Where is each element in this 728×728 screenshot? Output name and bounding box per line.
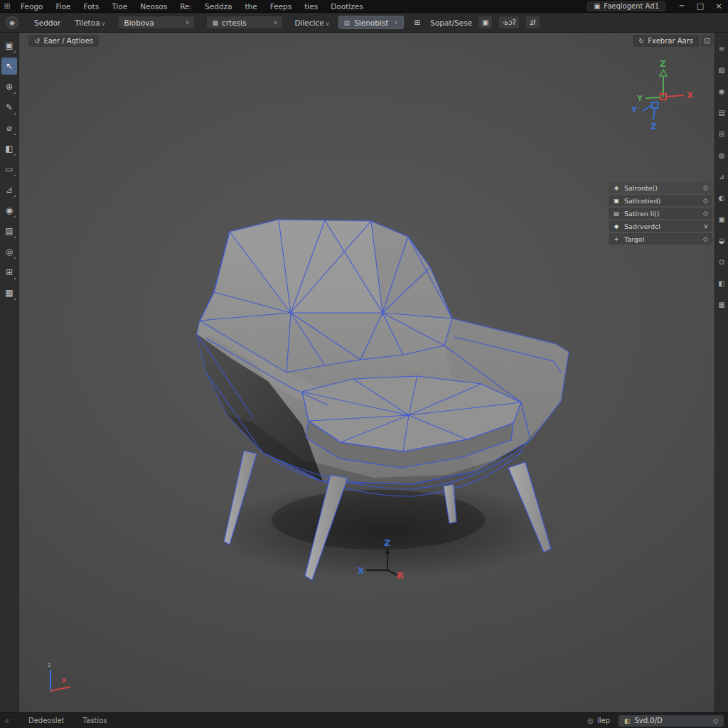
tool-annotate-icon[interactable]: ✎ <box>1 99 17 116</box>
editor-type-icon[interactable]: ◉ <box>6 16 18 29</box>
help-button[interactable]: ◎ ilep <box>587 717 610 724</box>
svg-text:Z: Z <box>384 537 390 548</box>
properties-tab-rail: ≡ ▧ ◉ ▤ ⊞ ◍ ⊿ ◐ ▣ ◒ ⊙ ◧ ▦ <box>714 33 728 712</box>
tool-transform-icon[interactable]: ▭ <box>1 161 17 178</box>
outliner-row[interactable]: ◈ Salronte() ◇ <box>609 182 712 193</box>
menu-item-9[interactable]: ties <box>298 0 324 13</box>
viewport-header-toolbar: ◉ Seddor Tiletoa∨ Biobova ∨ ▦ crtesis ∨ … <box>0 13 728 33</box>
menu-item-2[interactable]: Fots <box>77 0 106 13</box>
object-icon: ◆ <box>613 223 620 230</box>
properties-tab-icon-0[interactable]: ≡ <box>716 43 728 55</box>
tool-dropdown[interactable]: ▤ Slenobist ∨ <box>338 16 405 29</box>
chevron-down-icon: ∨ <box>326 21 330 27</box>
rotate-cw-icon: ↻ <box>638 37 644 45</box>
tool-add-icon[interactable]: ⊞ <box>1 264 17 281</box>
outliner-row[interactable]: ▣ Satlcotied) ◇ <box>609 195 712 206</box>
tool-knife-icon[interactable]: ⊿ <box>1 181 17 198</box>
properties-tab-icon-5[interactable]: ◍ <box>716 149 728 161</box>
properties-tab-icon-2[interactable]: ◉ <box>716 85 728 97</box>
tool-circle-select-icon[interactable]: ◎ <box>1 243 17 260</box>
outliner-row[interactable]: ◆ Sadrverdcl ∨ <box>609 220 712 232</box>
flag-icon: ▤ <box>344 19 350 26</box>
diamond-icon[interactable]: ◇ <box>703 184 708 191</box>
window-minimize-button[interactable]: ~ <box>673 1 691 11</box>
editor-menu-button[interactable]: ↺ Eaer / Aqtloes <box>28 35 99 47</box>
mode-selector[interactable]: Tiletoa∨ <box>75 18 105 27</box>
properties-tab-icon-8[interactable]: ▣ <box>716 213 728 225</box>
magnet-snap-button[interactable]: ·ьɔʔ <box>498 16 520 29</box>
svg-text:Y: Y <box>636 94 643 103</box>
menu-item-5[interactable]: Re: <box>173 0 198 13</box>
properties-tab-icon-10[interactable]: ⊙ <box>716 256 728 268</box>
properties-tab-icon-9[interactable]: ◒ <box>716 235 728 247</box>
tool-mesh-icon[interactable]: ▦ <box>1 284 17 301</box>
viewport-3d[interactable]: Z X R ↺ Eaer / Aqtloes ↻ Fxebrar Aars ⊡ … <box>19 33 714 712</box>
properties-tab-icon-3[interactable]: ▤ <box>716 107 728 119</box>
menu-item-0[interactable]: Feogo <box>14 0 49 13</box>
grid-toggle-button[interactable]: ⊞ <box>410 16 424 29</box>
snap-target-button[interactable]: ▣ <box>478 16 493 29</box>
menu-item-3[interactable]: Tioe <box>105 0 134 13</box>
corner-drag-icon[interactable]: ⊿ <box>0 717 13 724</box>
navigation-gizmo[interactable]: Z X Y Y Z <box>624 54 702 136</box>
diamond-icon[interactable]: ◇ <box>703 235 708 242</box>
statusbar: ⊿ Dedeoslet Tastios ◎ ilep ◧ Svd.0/D ◇ <box>0 712 728 728</box>
properties-tab-icon-12[interactable]: ▦ <box>716 299 728 311</box>
tool-cursor-icon[interactable]: ⊕ <box>1 78 17 95</box>
menu-item-6[interactable]: Seddza <box>198 0 238 13</box>
outliner-row[interactable]: ▤ Satlren li() ◇ <box>609 208 712 219</box>
object-icon: ▤ <box>613 210 620 217</box>
tool-select-box-icon[interactable]: ▣ <box>1 37 17 54</box>
window-maximize-button[interactable]: □ <box>691 1 710 11</box>
app-logo-icon[interactable]: ⊞ <box>0 1 14 11</box>
tool-move-icon[interactable]: ◧ <box>1 140 17 157</box>
chevron-down-icon: ∨ <box>394 19 398 26</box>
menu-item-7[interactable]: the <box>238 0 263 13</box>
pivot-selector[interactable]: Dilecice∨ <box>294 18 329 27</box>
object-dropdown[interactable]: ▦ crtesis ∨ <box>206 16 283 29</box>
menu-item-4[interactable]: Neosos <box>134 0 173 13</box>
proportional-edit-button[interactable]: ʑł <box>525 16 540 29</box>
status-mode-label: Dedeoslet <box>28 717 65 724</box>
svg-text:Z: Z <box>651 122 657 132</box>
overlay-toggle-button[interactable]: ↻ Fxebrar Aars <box>633 35 699 47</box>
tool-rail: ▣ ↖ ⊕ ✎ ⌀ ◧ ▭ ⊿ ◉ ▤ ◎ ⊞ ▦ <box>0 33 19 712</box>
folder-icon: ◧ <box>624 717 631 724</box>
object-icon: ▣ <box>613 198 620 204</box>
menu-item-8[interactable]: Feeps <box>264 0 299 13</box>
diamond-icon[interactable]: ◇ <box>703 210 708 217</box>
properties-tab-icon-11[interactable]: ◧ <box>716 277 728 289</box>
view-dropdown[interactable]: Biobova ∨ <box>118 16 195 29</box>
chevron-down-icon[interactable]: ∨ <box>703 223 708 230</box>
outliner-row[interactable]: + Targol ◇ <box>609 233 712 245</box>
rotate-ccw-icon: ↺ <box>34 37 40 45</box>
menu-item-10[interactable]: Dootlzes <box>324 0 369 13</box>
tool-card-icon[interactable]: ▤ <box>1 223 17 240</box>
svg-text:X: X <box>358 566 365 576</box>
scene-icon: ▣ <box>594 2 600 10</box>
status-tool-label: Tastios <box>83 717 107 724</box>
properties-tab-icon-1[interactable]: ▧ <box>716 64 728 76</box>
tool-measure-icon[interactable]: ⌀ <box>1 119 17 136</box>
properties-tab-icon-4[interactable]: ⊞ <box>716 128 728 140</box>
chair-model[interactable]: Z X R <box>19 33 714 712</box>
tool-tweak-icon[interactable]: ↖ <box>1 58 17 75</box>
properties-tab-icon-7[interactable]: ◐ <box>716 192 728 204</box>
svg-text:X: X <box>687 90 694 100</box>
mesh-icon: ▦ <box>212 19 218 26</box>
workspace-label: Seddor <box>34 18 60 27</box>
menu-item-1[interactable]: Fioe <box>49 0 77 13</box>
properties-tab-icon-6[interactable]: ⊿ <box>716 171 728 183</box>
viewport-options-button[interactable]: ⊡ <box>701 35 713 47</box>
window-title-chip: ▣ Faeqlogent Ad1 <box>587 1 665 11</box>
object-icon: + <box>613 236 620 242</box>
mini-axis-gizmo: z x <box>28 660 77 697</box>
diamond-icon: ◇ <box>713 717 718 724</box>
window-close-button[interactable]: × <box>710 1 728 11</box>
app-window: ⊞ Feogo Fioe Fots Tioe Neosos Re: Seddza… <box>0 0 728 728</box>
version-chip[interactable]: ◧ Svd.0/D ◇ <box>619 715 724 727</box>
diamond-icon[interactable]: ◇ <box>703 197 708 204</box>
object-icon: ◈ <box>613 185 620 191</box>
chevron-down-icon: ∨ <box>186 19 190 26</box>
tool-sphere-icon[interactable]: ◉ <box>1 202 17 219</box>
